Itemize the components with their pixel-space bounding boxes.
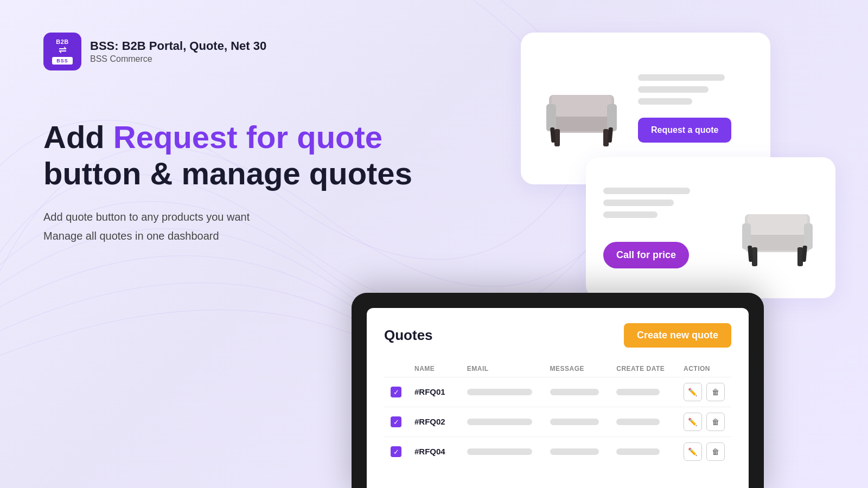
edit-button-2[interactable]: ✏️ [684, 442, 702, 461]
app-title-group: BSS: B2B Portal, Quote, Net 30 BSS Comme… [90, 39, 266, 64]
create-new-quote-button[interactable]: Create new quote [624, 323, 731, 348]
card-call-content: Call for price [603, 188, 724, 268]
col-header-name: NAME [408, 361, 461, 377]
text-line-3 [638, 98, 692, 105]
hero-line1-highlight: Request for quote [113, 119, 382, 155]
message-placeholder-1 [550, 419, 599, 425]
table-row: ✓ #RFQ04 ✏️ 🗑 [384, 437, 731, 467]
table-header-row: NAME EMAIL MESSAGE CREATE DATE ACTION [384, 361, 731, 377]
hero-line1-plain: Add [43, 119, 113, 155]
text-line-2 [638, 86, 709, 93]
hero-point-2: Manage all quotes in one dashboard [43, 230, 412, 242]
text-line-a [603, 188, 690, 194]
delete-button-1[interactable]: 🗑 [706, 413, 725, 431]
text-line-1 [638, 74, 725, 81]
col-header-action: ACTION [677, 361, 731, 377]
quotes-header: Quotes Create new quote [384, 323, 731, 348]
delete-button-0[interactable]: 🗑 [706, 383, 725, 401]
svg-rect-4 [607, 104, 617, 131]
hero-point-1: Add quote button to any products you wan… [43, 211, 412, 223]
col-header-check [384, 361, 408, 377]
date-placeholder-1 [616, 419, 660, 425]
row-checkbox-2[interactable]: ✓ [391, 446, 401, 457]
app-header: B2B ⇌ BSS BSS: B2B Portal, Quote, Net 30… [43, 33, 266, 70]
card-call-price: Call for price [586, 157, 835, 298]
col-header-date: CREATE DATE [610, 361, 677, 377]
delete-button-2[interactable]: 🗑 [706, 442, 725, 461]
email-placeholder-1 [467, 419, 532, 425]
svg-rect-12 [742, 223, 751, 249]
table-row: ✓ #RFQ02 ✏️ 🗑 [384, 407, 731, 437]
card-text-lines [638, 74, 753, 105]
rfq-id-1: #RFQ02 [414, 417, 445, 426]
logo-b2b-text: B2B [56, 39, 69, 45]
hero-subtext: Add quote button to any products you wan… [43, 211, 412, 242]
row-checkbox-0[interactable]: ✓ [391, 387, 401, 397]
email-placeholder-2 [467, 448, 532, 455]
message-placeholder-2 [550, 448, 599, 455]
text-line-c [603, 211, 658, 218]
card-request-content: Request a quote [638, 74, 753, 143]
svg-rect-11 [748, 214, 807, 235]
logo-arrows-icon: ⇌ [59, 45, 67, 55]
col-header-message: MESSAGE [544, 361, 610, 377]
svg-rect-2 [552, 95, 611, 117]
chair-illustration-1 [538, 65, 625, 152]
app-title: BSS: B2B Portal, Quote, Net 30 [90, 39, 266, 53]
quotes-title: Quotes [384, 327, 433, 344]
date-placeholder-2 [616, 448, 660, 455]
date-placeholder-0 [616, 389, 660, 395]
svg-rect-13 [804, 223, 813, 249]
hero-line2: button & manage quotes [43, 156, 412, 191]
email-placeholder-0 [467, 389, 532, 395]
logo-bss-text: BSS [52, 57, 73, 65]
message-placeholder-0 [550, 389, 599, 395]
hero-heading: Add Request for quote button & manage qu… [43, 119, 412, 191]
quotes-table: NAME EMAIL MESSAGE CREATE DATE ACTION ✓ … [384, 361, 731, 466]
rfq-id-2: #RFQ04 [414, 447, 445, 456]
dashboard-panel: Quotes Create new quote NAME EMAIL MESSA… [367, 308, 749, 488]
row-checkbox-1[interactable]: ✓ [391, 416, 401, 427]
edit-button-1[interactable]: ✏️ [684, 413, 702, 431]
action-buttons-0: ✏️ 🗑 [684, 383, 725, 401]
app-logo: B2B ⇌ BSS [43, 33, 81, 70]
edit-button-0[interactable]: ✏️ [684, 383, 702, 401]
hero-section: Add Request for quote button & manage qu… [43, 119, 412, 249]
text-line-b [603, 200, 674, 206]
action-buttons-2: ✏️ 🗑 [684, 442, 725, 461]
tablet-mockup: Quotes Create new quote NAME EMAIL MESSA… [352, 293, 764, 488]
card-call-text-lines [603, 188, 724, 218]
rfq-id-0: #RFQ01 [414, 387, 445, 396]
request-quote-button[interactable]: Request a quote [638, 118, 731, 143]
chair-illustration-2 [737, 184, 818, 271]
action-buttons-1: ✏️ 🗑 [684, 413, 725, 431]
col-header-email: EMAIL [461, 361, 544, 377]
table-row: ✓ #RFQ01 ✏️ 🗑 [384, 377, 731, 407]
app-subtitle: BSS Commerce [90, 54, 266, 64]
svg-rect-3 [546, 104, 556, 131]
call-for-price-button[interactable]: Call for price [603, 242, 689, 268]
